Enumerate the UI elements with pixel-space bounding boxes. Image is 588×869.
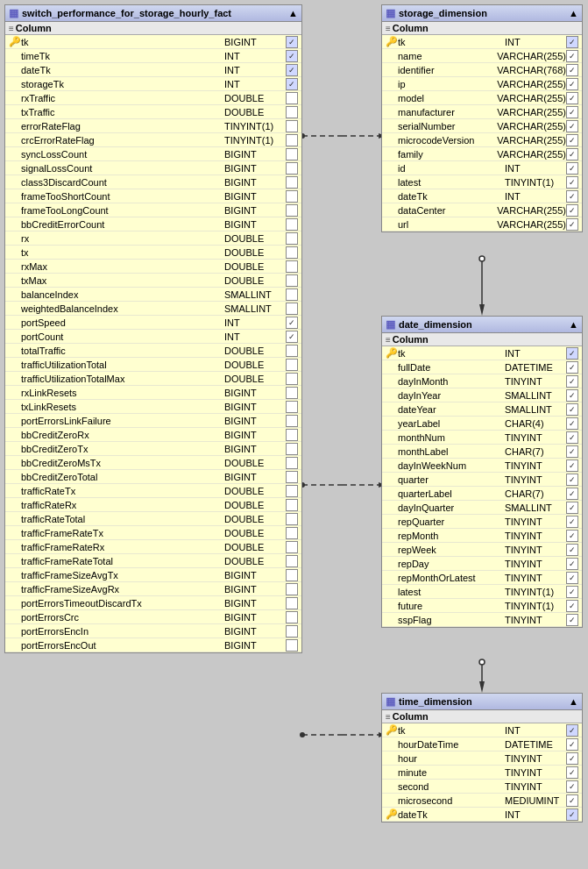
table-row[interactable]: dayInQuarterSMALLINT <box>382 501 582 515</box>
row-checkbox[interactable] <box>566 176 578 189</box>
table-row[interactable]: futureTINYINT(1) <box>382 599 582 613</box>
row-checkbox[interactable] <box>286 274 298 287</box>
row-checkbox[interactable] <box>286 373 298 385</box>
row-checkbox[interactable] <box>566 530 578 542</box>
table-row[interactable]: rxLinkResetsBIGINT <box>5 386 301 400</box>
table-row[interactable]: portSpeedINT <box>5 316 301 330</box>
row-checkbox[interactable] <box>286 583 298 595</box>
row-checkbox[interactable] <box>286 569 298 581</box>
table-row[interactable]: monthNumTINYINT <box>382 431 582 445</box>
row-checkbox[interactable] <box>566 361 578 374</box>
row-checkbox[interactable] <box>566 488 578 500</box>
row-checkbox[interactable] <box>286 429 298 441</box>
row-checkbox[interactable] <box>566 120 578 132</box>
table-row[interactable]: rxTrafficDOUBLE <box>5 91 301 105</box>
table-row[interactable]: dateTkINT <box>5 63 301 77</box>
row-checkbox[interactable] <box>286 176 298 189</box>
row-checkbox[interactable] <box>286 317 298 329</box>
row-checkbox[interactable] <box>286 162 298 175</box>
row-checkbox[interactable] <box>566 474 578 486</box>
row-checkbox[interactable] <box>286 120 298 132</box>
row-checkbox[interactable] <box>286 218 298 231</box>
row-checkbox[interactable] <box>566 752 578 765</box>
row-checkbox[interactable] <box>286 134 298 146</box>
table-row[interactable]: manufacturerVARCHAR(255) <box>382 105 582 119</box>
row-checkbox[interactable] <box>566 347 578 360</box>
row-checkbox[interactable] <box>566 558 578 570</box>
row-checkbox[interactable] <box>286 527 298 539</box>
row-checkbox[interactable] <box>286 513 298 525</box>
table-row[interactable]: fullDateDATETIME <box>382 360 582 374</box>
table-row[interactable]: sspFlagTINYINT <box>382 613 582 627</box>
row-checkbox[interactable] <box>566 92 578 104</box>
row-checkbox[interactable] <box>286 625 298 638</box>
table-row[interactable]: frameTooLongCountBIGINT <box>5 203 301 217</box>
table-row[interactable]: weightedBalanceIndexSMALLINT <box>5 302 301 316</box>
row-checkbox[interactable] <box>566 218 578 231</box>
row-checkbox[interactable] <box>566 738 578 751</box>
table-row[interactable]: syncLossCountBIGINT <box>5 147 301 161</box>
table-row[interactable]: 🔑tkINT <box>382 723 582 737</box>
table-row[interactable]: dataCenterVARCHAR(255) <box>382 203 582 217</box>
table-row[interactable]: trafficRateTotalDOUBLE <box>5 512 301 526</box>
row-checkbox[interactable] <box>566 403 578 416</box>
table-row[interactable]: trafficUtilizationTotalDOUBLE <box>5 358 301 372</box>
row-checkbox[interactable] <box>286 50 298 62</box>
row-checkbox[interactable] <box>566 459 578 472</box>
table-row[interactable]: quarterTINYINT <box>382 473 582 487</box>
row-checkbox[interactable] <box>566 808 578 821</box>
table-row[interactable]: nameVARCHAR(255) <box>382 49 582 63</box>
table-row[interactable]: latestTINYINT(1) <box>382 585 582 599</box>
row-checkbox[interactable] <box>286 597 298 609</box>
row-checkbox[interactable] <box>286 288 298 301</box>
table-row[interactable]: repWeekTINYINT <box>382 543 582 557</box>
row-checkbox[interactable] <box>566 431 578 444</box>
row-checkbox[interactable] <box>286 246 298 259</box>
table-row[interactable]: hourDateTimeDATETIME <box>382 737 582 751</box>
row-checkbox[interactable] <box>286 260 298 273</box>
table-chevron-storage_dimension[interactable]: ▲ <box>569 8 578 18</box>
table-row[interactable]: trafficFrameSizeAvgTxBIGINT <box>5 568 301 582</box>
row-checkbox[interactable] <box>566 780 578 793</box>
row-checkbox[interactable] <box>286 345 298 357</box>
table-row[interactable]: yearLabelCHAR(4) <box>382 417 582 431</box>
row-checkbox[interactable] <box>286 64 298 76</box>
row-checkbox[interactable] <box>566 78 578 90</box>
row-checkbox[interactable] <box>286 443 298 455</box>
row-checkbox[interactable] <box>566 794 578 807</box>
row-checkbox[interactable] <box>566 162 578 175</box>
table-row[interactable]: urlVARCHAR(255) <box>382 217 582 231</box>
row-checkbox[interactable] <box>566 204 578 217</box>
table-row[interactable]: monthLabelCHAR(7) <box>382 445 582 459</box>
table-row[interactable]: trafficFrameRateTxDOUBLE <box>5 526 301 540</box>
row-checkbox[interactable] <box>286 303 298 315</box>
row-checkbox[interactable] <box>286 331 298 343</box>
table-row[interactable]: dayInWeekNumTINYINT <box>382 459 582 473</box>
row-checkbox[interactable] <box>286 92 298 104</box>
table-row[interactable]: dateYearSMALLINT <box>382 402 582 417</box>
table-row[interactable]: repMonthOrLatestTINYINT <box>382 571 582 585</box>
table-row[interactable]: 🔑tkINT <box>382 346 582 360</box>
row-checkbox[interactable] <box>286 611 298 623</box>
table-row[interactable]: idINT <box>382 161 582 175</box>
row-checkbox[interactable] <box>566 190 578 203</box>
row-checkbox[interactable] <box>566 614 578 626</box>
row-checkbox[interactable] <box>286 499 298 511</box>
table-chevron-time_dimension[interactable]: ▲ <box>569 696 578 707</box>
table-row[interactable]: txDOUBLE <box>5 246 301 260</box>
table-row[interactable]: bbCreditZeroTxBIGINT <box>5 442 301 456</box>
table-row[interactable]: 🔑tkINT <box>382 35 582 49</box>
table-row[interactable]: ipVARCHAR(255) <box>382 77 582 91</box>
row-checkbox[interactable] <box>566 516 578 528</box>
row-checkbox[interactable] <box>566 106 578 118</box>
table-row[interactable]: microsecondMEDIUMINT <box>382 794 582 808</box>
table-row[interactable]: serialNumberVARCHAR(255) <box>382 119 582 133</box>
table-row[interactable]: hourTINYINT <box>382 751 582 766</box>
row-checkbox[interactable] <box>566 502 578 514</box>
row-checkbox[interactable] <box>566 766 578 779</box>
row-checkbox[interactable] <box>286 148 298 160</box>
table-row[interactable]: bbCreditZeroRxBIGINT <box>5 428 301 442</box>
row-checkbox[interactable] <box>566 148 578 160</box>
row-checkbox[interactable] <box>286 485 298 497</box>
table-row[interactable]: rxDOUBLE <box>5 231 301 246</box>
